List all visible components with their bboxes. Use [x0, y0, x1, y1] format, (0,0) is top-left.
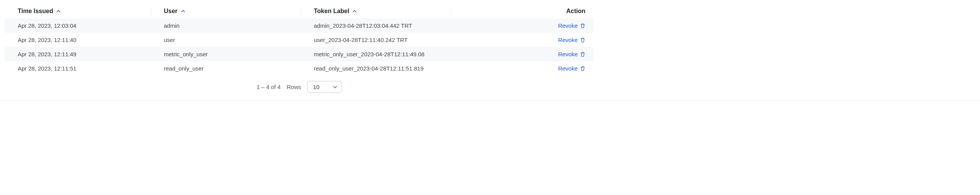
rows-per-page-select[interactable]: 10 [307, 81, 342, 93]
revoke-button-label: Revoke [558, 51, 578, 57]
cell-time-issued: Apr 28, 2023, 12:11:40 [5, 33, 151, 47]
sort-asc-icon [56, 9, 61, 13]
cell-user: read_only_user [151, 61, 301, 76]
cell-token-label: user_2023-04-28T12:11:40.242 TRT [301, 33, 451, 47]
col-header-token-label-label: Token Label [314, 8, 349, 15]
rows-label: Rows [287, 84, 302, 90]
table-header-row: Time Issued User Token Label [5, 4, 594, 18]
cell-user: admin [151, 18, 301, 33]
table-row: Apr 28, 2023, 12:03:04adminadmin_2023-04… [5, 18, 594, 33]
revoke-button-label: Revoke [558, 37, 578, 43]
sort-asc-icon [181, 9, 185, 13]
chevron-down-icon [332, 84, 338, 90]
rows-per-page-value: 10 [313, 84, 320, 90]
cell-token-label: metric_only_user_2023-04-28T12:11:49.08 [301, 47, 451, 61]
cell-action: Revoke [451, 61, 594, 76]
cell-user: metric_only_user [151, 47, 301, 61]
table-row: Apr 28, 2023, 12:11:40useruser_2023-04-2… [5, 33, 594, 47]
table-row: Apr 28, 2023, 12:11:51read_only_userread… [5, 61, 594, 76]
trash-icon [580, 23, 585, 29]
col-header-token-label[interactable]: Token Label [314, 8, 357, 15]
revoke-button[interactable]: Revoke [558, 65, 585, 72]
col-header-user-label: User [164, 8, 178, 15]
revoke-button-label: Revoke [558, 65, 578, 72]
cell-token-label: admin_2023-04-28T12:03:04.442 TRT [301, 18, 451, 33]
cell-action: Revoke [451, 33, 594, 47]
token-table-wrap: Time Issued User Token Label [0, 0, 598, 97]
cell-token-label: read_only_user_2023-04-28T12:11:51.819 [301, 61, 451, 76]
cell-action: Revoke [451, 47, 594, 61]
revoke-button[interactable]: Revoke [558, 37, 585, 43]
cell-time-issued: Apr 28, 2023, 12:11:51 [5, 61, 151, 76]
revoke-button-label: Revoke [558, 22, 578, 29]
trash-icon [580, 66, 585, 71]
cell-action: Revoke [451, 18, 594, 33]
pagination-range: 1 – 4 of 4 [257, 84, 281, 90]
footer-separator [0, 101, 980, 101]
revoke-button[interactable]: Revoke [558, 51, 585, 57]
revoke-button[interactable]: Revoke [558, 22, 585, 29]
trash-icon [580, 37, 585, 43]
col-header-user[interactable]: User [164, 8, 185, 15]
col-header-action: Action [451, 4, 594, 18]
trash-icon [580, 52, 585, 57]
sort-asc-icon [352, 9, 357, 13]
pagination-bar: 1 – 4 of 4 Rows 10 [5, 76, 594, 95]
table-row: Apr 28, 2023, 12:11:49metric_only_userme… [5, 47, 594, 61]
cell-time-issued: Apr 28, 2023, 12:11:49 [5, 47, 151, 61]
token-table: Time Issued User Token Label [5, 4, 594, 76]
col-header-time-issued[interactable]: Time Issued [18, 8, 61, 15]
col-header-time-issued-label: Time Issued [18, 8, 53, 15]
cell-time-issued: Apr 28, 2023, 12:03:04 [5, 18, 151, 33]
cell-user: user [151, 33, 301, 47]
